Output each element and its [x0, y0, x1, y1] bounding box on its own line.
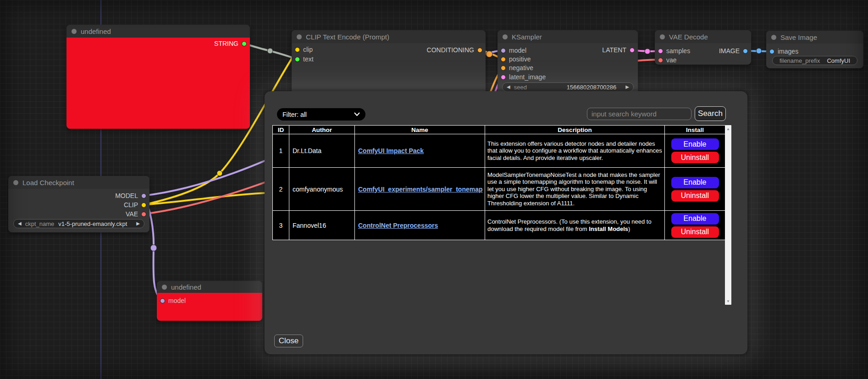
search-input[interactable]	[587, 108, 691, 120]
node-title: undefined	[171, 283, 201, 291]
node-collapse-dot[interactable]	[72, 29, 77, 34]
reroute-dot-conditioning	[486, 51, 492, 57]
node-title-bar[interactable]: KSampler	[498, 30, 638, 43]
input-slot-model[interactable]: model	[501, 46, 526, 55]
table-row: 1 Dr.Lt.Data ComfyUI Impact Pack This ex…	[273, 134, 725, 168]
slot-dot-clip[interactable]	[295, 47, 300, 52]
node-title-bar[interactable]: Save Image	[766, 31, 863, 44]
node-title-bar[interactable]: undefined	[157, 281, 262, 293]
slot-dot-vae-out[interactable]	[141, 212, 146, 217]
close-button[interactable]: Close	[274, 335, 303, 347]
filter-select[interactable]: Filter: all	[277, 108, 365, 121]
scroll-down-icon[interactable]: ▼	[725, 298, 731, 304]
node-collapse-dot[interactable]	[162, 285, 167, 290]
input-slot-positive[interactable]: positive	[501, 55, 531, 63]
enable-button[interactable]: Enable	[671, 138, 719, 150]
node-ksampler[interactable]: KSampler model positive negative latent_…	[498, 30, 638, 94]
slot-dot-latent-image[interactable]	[501, 75, 506, 80]
input-slot-text[interactable]: text	[295, 55, 314, 63]
filter-select-value: Filter: all	[282, 111, 307, 118]
node-title: Save Image	[780, 33, 817, 41]
filename-prefix-widget[interactable]: filename_prefix ComfyUI	[772, 56, 857, 65]
node-collapse-dot[interactable]	[297, 34, 302, 39]
node-vae-decode[interactable]: VAE Decode samples vae IMAGE	[655, 30, 751, 65]
ckpt-name-widget[interactable]: ◀ ckpt_name v1-5-pruned-emaonly.ckpt ▶	[13, 219, 144, 228]
ckpt-increment-arrow[interactable]: ▶	[136, 221, 140, 226]
extension-link[interactable]: ComfyUI Impact Pack	[358, 147, 424, 154]
seed-widget-name: seed	[514, 84, 527, 91]
reroute-dot-latent	[645, 49, 650, 54]
node-save-image[interactable]: Save Image images filename_prefix ComfyU…	[766, 31, 863, 68]
seed-widget[interactable]: ◀ seed 156680208700286 ▶	[502, 82, 634, 92]
node-collapse-dot[interactable]	[503, 34, 508, 39]
slot-dot-string[interactable]	[242, 41, 247, 46]
widget-value[interactable]: ComfyUI	[827, 57, 850, 64]
node-load-checkpoint[interactable]: Load Checkpoint MODEL CLIP VAE ◀ ckpt_na…	[8, 176, 149, 232]
uninstall-button[interactable]: Uninstall	[671, 190, 719, 202]
header-description: Description	[485, 126, 665, 134]
slot-dot-image[interactable]	[743, 49, 748, 54]
search-button[interactable]: Search	[695, 106, 726, 121]
table-scrollbar[interactable]: ▲ ▼	[725, 125, 731, 305]
input-slot-latent-image[interactable]: latent_image	[501, 73, 546, 81]
input-slot-vae[interactable]: vae	[658, 56, 677, 64]
slot-dot-positive[interactable]	[501, 57, 506, 62]
node-collapse-dot[interactable]	[771, 35, 776, 40]
input-slot-clip[interactable]: clip	[295, 45, 313, 54]
output-slot-clip[interactable]: CLIP	[124, 201, 146, 209]
slot-dot-model-out[interactable]	[141, 193, 146, 198]
comfyui-canvas[interactable]: undefined STRING CLIP Text Encode (Promp…	[0, 0, 868, 379]
input-slot-model[interactable]: model	[160, 297, 186, 305]
reroute-dot-image	[756, 48, 762, 54]
output-slot-string[interactable]: STRING	[214, 39, 247, 48]
node-title: CLIP Text Encode (Prompt)	[306, 33, 389, 41]
slot-dot-latent[interactable]	[630, 48, 635, 53]
node-error-body	[66, 38, 250, 129]
enable-button[interactable]: Enable	[671, 213, 719, 225]
input-slot-images[interactable]: images	[769, 47, 798, 55]
seed-decrement-arrow[interactable]: ◀	[507, 85, 510, 89]
slot-dot-clip-out[interactable]	[141, 203, 146, 208]
slot-dot-images[interactable]	[769, 49, 774, 54]
output-slot-latent[interactable]: LATENT	[602, 46, 635, 54]
extension-link[interactable]: ComfyUI_experiments/sampler_tonemap	[358, 186, 483, 193]
node-title-bar[interactable]: CLIP Text Encode (Prompt)	[292, 30, 486, 43]
output-slot-image[interactable]: IMAGE	[719, 47, 748, 55]
uninstall-button[interactable]: Uninstall	[671, 152, 719, 163]
input-slot-samples[interactable]: samples	[658, 47, 690, 55]
table-row: 2 comfyanonymous ComfyUI_experiments/sam…	[273, 168, 725, 211]
input-slot-negative[interactable]: negative	[501, 64, 533, 72]
node-collapse-dot[interactable]	[660, 34, 665, 39]
seed-widget-value[interactable]: 156680208700286	[567, 84, 616, 91]
output-slot-vae[interactable]: VAE	[126, 210, 146, 218]
node-title: VAE Decode	[669, 33, 708, 41]
slot-dot-model[interactable]	[501, 48, 506, 53]
slot-dot-text[interactable]	[295, 57, 300, 62]
slot-dot-conditioning[interactable]	[477, 48, 482, 53]
slot-dot-samples[interactable]	[658, 49, 663, 54]
uninstall-button[interactable]: Uninstall	[671, 226, 719, 238]
output-slot-model[interactable]: MODEL	[115, 192, 146, 200]
enable-button[interactable]: Enable	[671, 177, 719, 188]
scroll-up-icon[interactable]: ▲	[725, 126, 731, 132]
slot-dot-vae[interactable]	[658, 58, 663, 63]
cell-author: Dr.Lt.Data	[289, 134, 355, 168]
node-title-bar[interactable]: Load Checkpoint	[8, 176, 149, 189]
cell-description: This extension offers various detector n…	[485, 134, 665, 168]
slot-dot-negative[interactable]	[501, 66, 506, 71]
node-title: Load Checkpoint	[22, 179, 74, 187]
node-undefined-top[interactable]: undefined STRING	[66, 25, 250, 129]
output-slot-conditioning[interactable]: CONDITIONING	[427, 46, 482, 54]
slot-dot-model[interactable]	[160, 298, 165, 303]
header-install: Install	[665, 126, 725, 134]
ckpt-decrement-arrow[interactable]: ◀	[18, 221, 22, 226]
extension-link[interactable]: ControlNet Preprocessors	[358, 222, 438, 229]
header-author: Author	[289, 126, 355, 134]
node-title-bar[interactable]: undefined	[66, 25, 250, 38]
node-title-bar[interactable]: VAE Decode	[655, 30, 751, 43]
widget-value[interactable]: v1-5-pruned-emaonly.ckpt	[58, 220, 127, 227]
seed-increment-arrow[interactable]: ▶	[625, 85, 629, 89]
node-collapse-dot[interactable]	[13, 180, 18, 185]
node-title: KSampler	[512, 33, 542, 41]
node-undefined-bottom[interactable]: undefined model	[157, 281, 262, 321]
